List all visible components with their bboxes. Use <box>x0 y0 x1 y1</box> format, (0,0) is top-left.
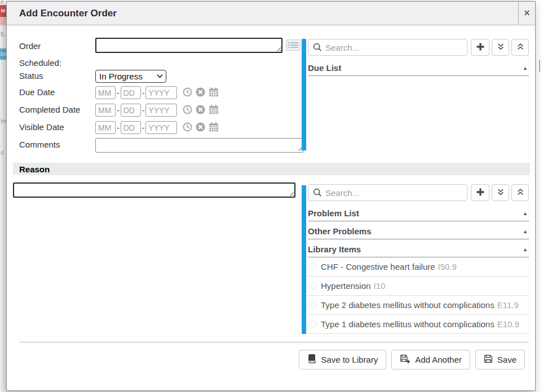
clock-icon <box>183 105 192 116</box>
order-field-wrap <box>95 38 282 53</box>
caret-up-icon: ▲ <box>523 65 529 71</box>
library-item[interactable]: CHF - Congestive heart failure I50.9 <box>308 257 529 277</box>
library-item[interactable]: Type 2 diabetes mellitus without complic… <box>308 296 529 315</box>
due-date-day-input[interactable] <box>121 86 141 99</box>
status-select-wrap: In Progress <box>95 70 166 83</box>
caret-up-icon: ▲ <box>523 247 529 252</box>
library-item-code: I10 <box>373 281 385 291</box>
date-separator: - <box>117 123 120 132</box>
section-header-problem-list[interactable]: Problem List ▲ <box>308 206 529 221</box>
reason-add-button[interactable] <box>471 184 489 201</box>
library-item[interactable]: Type 1 diabetes mellitus without complic… <box>308 315 529 334</box>
save-button[interactable]: Save <box>475 350 525 369</box>
due-date-group: - - <box>95 86 219 99</box>
visible-date-time-button[interactable] <box>183 123 192 133</box>
button-label: Save <box>497 355 516 364</box>
due-expand-all-button[interactable] <box>492 39 509 56</box>
completed-date-month-input[interactable] <box>95 104 116 117</box>
calendar-icon <box>209 87 219 99</box>
reason-expand-all-button[interactable] <box>492 184 509 201</box>
add-encounter-order-dialog: Add Encounter Order × Order Scheduled: S… <box>6 1 536 391</box>
completed-date-calendar-button[interactable] <box>209 105 219 115</box>
completed-date-day-input[interactable] <box>121 104 141 117</box>
background-text-fragment: lm <box>1 118 6 124</box>
radio-icon[interactable] <box>310 263 317 270</box>
date-separator: - <box>117 88 120 97</box>
due-panel: Due List ▲ <box>308 39 529 76</box>
caret-up-icon: ▲ <box>523 211 529 216</box>
close-icon: × <box>524 7 530 19</box>
reason-panel-search-row <box>308 184 529 201</box>
due-panel-accent-bar <box>302 39 306 150</box>
background-page-right-strip <box>536 0 543 392</box>
background-page-left-strip: e M 5 ss lm d <box>0 0 6 392</box>
button-label: Save to Library <box>321 355 378 364</box>
comments-input[interactable] <box>95 138 304 153</box>
visible-date-calendar-button[interactable] <box>209 123 219 133</box>
due-date-time-button[interactable] <box>183 88 192 98</box>
section-header-due-list[interactable]: Due List ▲ <box>308 60 529 76</box>
due-collapse-all-button[interactable] <box>511 39 529 56</box>
reason-search-input[interactable] <box>308 184 467 201</box>
due-date-month-input[interactable] <box>95 86 116 99</box>
completed-date-clear-button[interactable] <box>196 105 205 115</box>
due-search-wrap <box>308 39 467 56</box>
close-button[interactable]: × <box>518 2 535 25</box>
visible-date-year-input[interactable] <box>145 121 177 134</box>
radio-icon[interactable] <box>310 301 317 309</box>
reason-input[interactable] <box>13 182 295 198</box>
radio-icon[interactable] <box>310 320 317 328</box>
dialog-title: Add Encounter Order <box>19 8 117 19</box>
date-separator: - <box>142 123 145 132</box>
library-item-name: Type 1 diabetes mellitus without complic… <box>321 319 495 329</box>
double-chevron-up-icon <box>516 43 524 52</box>
due-search-input[interactable] <box>308 39 467 56</box>
visible-date-day-input[interactable] <box>121 121 141 134</box>
library-item-name: CHF - Congestive heart failure <box>321 262 435 271</box>
radio-icon[interactable] <box>310 282 317 289</box>
x-circle-icon <box>196 122 205 133</box>
calendar-icon <box>209 122 219 133</box>
comments-label: Comments <box>19 140 60 149</box>
dialog-header: Add Encounter Order × <box>7 2 535 25</box>
section-label: Other Problems <box>308 226 372 236</box>
double-chevron-up-icon <box>516 188 524 198</box>
completed-date-time-button[interactable] <box>183 105 192 115</box>
double-chevron-down-icon <box>497 188 505 198</box>
date-separator: - <box>142 106 145 115</box>
order-input[interactable] <box>95 38 282 53</box>
reason-panel: Problem List ▲ Other Problems ▲ Library … <box>308 184 529 334</box>
save-to-library-button[interactable]: Save to Library <box>299 350 386 369</box>
book-icon <box>307 354 321 365</box>
due-panel-search-row <box>308 39 529 56</box>
plus-icon <box>476 188 485 198</box>
background-blue-chip: ss <box>0 48 6 60</box>
library-item[interactable]: Hypertension I10 <box>308 277 529 296</box>
section-label: Problem List <box>308 208 359 218</box>
due-date-clear-button[interactable] <box>196 88 205 98</box>
library-item-code: E10.9 <box>497 319 519 329</box>
caret-up-icon: ▲ <box>523 229 529 234</box>
visible-date-month-input[interactable] <box>95 121 116 134</box>
clock-icon <box>183 122 192 133</box>
floppy-icon <box>484 354 497 365</box>
footer-actions: Save to Library Add Another Save <box>299 350 525 369</box>
visible-date-clear-button[interactable] <box>196 123 205 133</box>
section-header-other-problems[interactable]: Other Problems ▲ <box>308 224 529 239</box>
reason-section-header: Reason <box>13 163 530 175</box>
order-label: Order <box>19 41 41 51</box>
due-add-button[interactable] <box>471 39 489 56</box>
calendar-icon <box>209 105 219 116</box>
completed-date-year-input[interactable] <box>145 104 177 117</box>
due-date-year-input[interactable] <box>145 86 177 99</box>
status-select[interactable]: In Progress <box>95 70 166 83</box>
order-list-button[interactable] <box>285 39 301 52</box>
background-red-badge: M <box>0 5 6 17</box>
due-date-calendar-button[interactable] <box>209 88 219 98</box>
section-header-library-items[interactable]: Library Items ▲ <box>308 242 529 257</box>
reason-collapse-all-button[interactable] <box>511 184 529 201</box>
list-icon <box>286 44 301 52</box>
reason-field-wrap <box>13 182 295 198</box>
reason-section-title: Reason <box>19 164 50 174</box>
add-another-button[interactable]: Add Another <box>391 350 470 369</box>
